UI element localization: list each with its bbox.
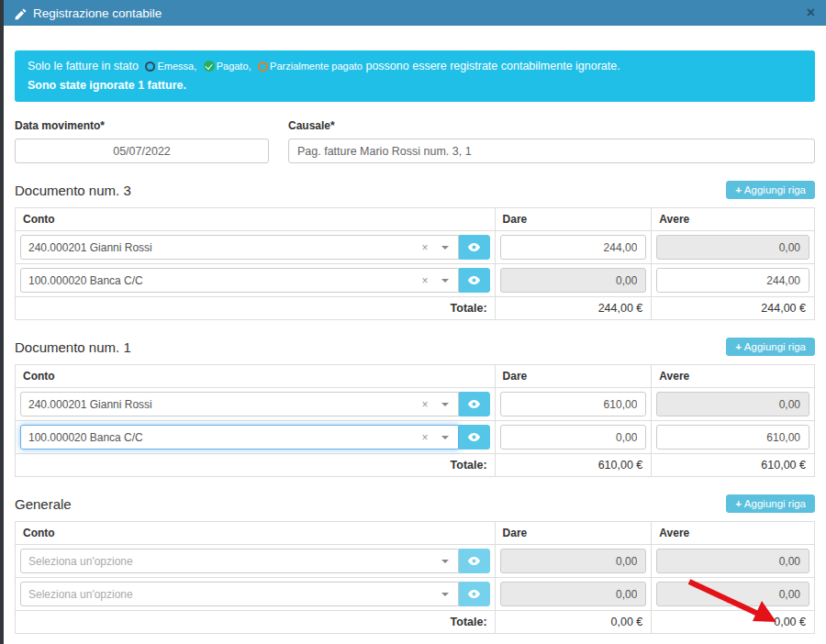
table-generale: Conto Dare Avere Seleziona un'opzione (15, 521, 815, 634)
dare-input[interactable] (500, 235, 647, 260)
registrazione-contabile-modal: Registrazione contabile × Solo le fattur… (4, 0, 826, 644)
conto-select-empty[interactable]: Seleziona un'opzione (20, 549, 459, 573)
section-header-doc1: Documento num. 1 +Aggiungi riga (15, 338, 815, 356)
chevron-down-icon (441, 279, 449, 283)
totals-row: Totale: 244,00 € 244,00 € (16, 297, 815, 320)
view-account-button[interactable] (459, 235, 490, 260)
eye-icon (467, 430, 481, 444)
pencil-icon (15, 7, 27, 19)
alert-ignored-count: Sono state ignorate 1 fatture. (28, 78, 802, 94)
field-causale: Causale* (288, 119, 815, 163)
clear-icon[interactable]: × (422, 432, 429, 443)
view-account-button[interactable] (459, 392, 490, 416)
plus-icon: + (735, 341, 742, 352)
clear-icon[interactable]: × (422, 275, 429, 286)
field-data-movimento: Data movimento* (15, 119, 269, 163)
causale-input[interactable] (288, 139, 815, 163)
totale-avere: 0,00 € (652, 611, 815, 634)
eye-icon (467, 273, 481, 287)
conto-select-empty[interactable]: Seleziona un'opzione (20, 582, 459, 606)
plus-icon: + (735, 498, 742, 509)
dare-input (500, 582, 647, 606)
dare-input[interactable] (500, 392, 647, 416)
info-alert: Solo le fatture in stato Emessa, Pagato,… (15, 50, 815, 102)
chevron-down-icon (441, 593, 449, 596)
status-badge-pagato: Pagato, (200, 61, 251, 72)
chevron-down-icon (441, 246, 449, 250)
avere-input (656, 235, 809, 260)
chevron-down-icon (441, 560, 449, 563)
data-movimento-label: Data movimento* (15, 119, 269, 132)
col-header-avere: Avere (652, 522, 815, 545)
dare-input[interactable] (500, 425, 647, 450)
add-row-button-generale[interactable]: +Aggiungi riga (726, 494, 815, 513)
chevron-down-icon (441, 436, 449, 439)
eye-icon (467, 587, 481, 601)
clear-icon[interactable]: × (422, 399, 429, 410)
conto-select-focused[interactable]: 100.000020 Banca C/C × (20, 425, 459, 450)
totals-row: Totale: 610,00 € 610,00 € (16, 454, 815, 477)
data-movimento-input[interactable] (15, 139, 269, 163)
avere-input[interactable] (656, 268, 809, 293)
form-row: Data movimento* Causale* (15, 119, 815, 163)
table-row: Seleziona un'opzione (16, 578, 815, 611)
totale-label: Totale: (16, 454, 496, 477)
causale-label: Causale* (288, 119, 815, 132)
totale-label: Totale: (16, 611, 496, 634)
chevron-down-icon (441, 403, 449, 406)
close-icon[interactable]: × (807, 6, 815, 20)
totale-dare: 610,00 € (495, 454, 652, 477)
eye-icon (467, 397, 481, 411)
avere-input (656, 392, 809, 416)
status-badge-parzialmente-pagato: Parzialmente pagato (254, 61, 363, 72)
table-row: 100.000020 Banca C/C × (16, 264, 815, 297)
modal-title: Registrazione contabile (33, 6, 807, 20)
table-doc1: Conto Dare Avere 240.000201 Gianni Rossi… (15, 364, 815, 477)
dare-input (500, 549, 647, 573)
col-header-dare: Dare (495, 208, 652, 231)
eye-icon (467, 554, 481, 568)
conto-select[interactable]: 100.000020 Banca C/C × (20, 268, 459, 293)
view-account-button (459, 582, 490, 606)
modal-body: Solo le fatture in stato Emessa, Pagato,… (4, 26, 826, 644)
dare-input (500, 268, 647, 293)
add-row-button-doc1[interactable]: +Aggiungi riga (726, 338, 815, 356)
view-account-button (459, 549, 490, 573)
view-account-button[interactable] (459, 425, 490, 450)
totale-avere: 244,00 € (652, 297, 815, 320)
totale-avere: 610,00 € (652, 454, 815, 477)
totale-dare: 0,00 € (495, 611, 652, 634)
eye-icon (467, 240, 481, 254)
totals-row: Totale: 0,00 € 0,00 € (16, 611, 815, 634)
col-header-conto: Conto (16, 208, 496, 231)
table-row: Seleziona un'opzione (16, 545, 815, 578)
plus-icon: + (735, 184, 742, 195)
avere-input[interactable] (656, 425, 809, 450)
col-header-avere: Avere (652, 208, 815, 231)
section-title-doc3: Documento num. 3 (15, 183, 131, 198)
modal-header: Registrazione contabile × (4, 0, 826, 26)
add-row-button-doc3[interactable]: +Aggiungi riga (726, 181, 815, 199)
clear-icon[interactable]: × (422, 242, 429, 253)
conto-select[interactable]: 240.000201 Gianni Rossi × (20, 392, 459, 416)
table-row: 240.000201 Gianni Rossi × (16, 231, 815, 264)
col-header-conto: Conto (16, 365, 496, 388)
conto-select[interactable]: 240.000201 Gianni Rossi × (20, 235, 459, 260)
col-header-avere: Avere (652, 365, 815, 388)
section-header-generale: Generale +Aggiungi riga (15, 494, 815, 513)
section-title-generale: Generale (15, 496, 72, 512)
col-header-conto: Conto (16, 522, 496, 545)
totale-label: Totale: (16, 297, 496, 320)
view-account-button[interactable] (459, 268, 490, 293)
status-emessa-icon (145, 61, 155, 72)
avere-input (656, 582, 809, 606)
table-row: 240.000201 Gianni Rossi × (16, 388, 815, 421)
section-title-doc1: Documento num. 1 (15, 339, 131, 355)
avere-input (656, 549, 809, 573)
status-badge-emessa: Emessa, (141, 61, 196, 72)
table-row: 100.000020 Banca C/C × (16, 421, 815, 454)
alert-suffix: possono essere registrate contabilmente … (365, 60, 620, 72)
totale-dare: 244,00 € (495, 297, 652, 320)
alert-line1: Solo le fatture in stato Emessa, Pagato,… (28, 59, 802, 74)
table-doc3: Conto Dare Avere 240.000201 Gianni Rossi… (15, 207, 815, 320)
